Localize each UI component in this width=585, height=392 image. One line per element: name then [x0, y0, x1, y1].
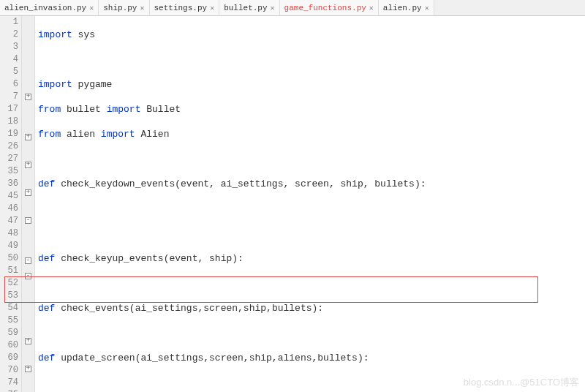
line-number: 26 [0, 140, 18, 153]
close-icon[interactable]: ✕ [271, 4, 275, 12]
fold-toggle-icon[interactable]: + [25, 366, 31, 372]
close-icon[interactable]: ✕ [140, 4, 144, 12]
line-number: 54 [0, 302, 18, 314]
fold-toggle-icon[interactable]: + [25, 162, 31, 168]
line-number: 35 [0, 165, 18, 178]
fold-toggle-icon[interactable]: - [25, 217, 31, 224]
tab-bar: alien_invasion.py✕ ship.py✕ settings.py✕… [0, 0, 585, 16]
line-number: 47 [0, 215, 18, 227]
line-number: 59 [0, 327, 18, 339]
fold-toggle-icon[interactable]: + [25, 338, 31, 344]
line-number: 53 [0, 290, 18, 302]
line-number: 45 [0, 190, 18, 203]
line-number: 27 [0, 153, 18, 165]
line-number: 49 [0, 240, 18, 252]
tab-bullet[interactable]: bullet.py✕ [219, 0, 279, 15]
tab-game-functions[interactable]: game_functions.py✕ [280, 0, 379, 15]
line-number: 2 [0, 29, 18, 41]
line-number: 46 [0, 203, 18, 215]
line-number: 52 [0, 277, 18, 290]
close-icon[interactable]: ✕ [425, 4, 429, 12]
line-number: 75 [0, 389, 18, 392]
line-number: 3 [0, 41, 18, 53]
code-area[interactable]: import sys import pygame from bullet imp… [35, 16, 585, 392]
fold-toggle-icon[interactable]: + [25, 189, 31, 196]
line-number: 36 [0, 178, 18, 190]
tab-settings[interactable]: settings.py✕ [150, 0, 220, 15]
line-number: 55 [0, 314, 18, 327]
line-number: 70 [0, 364, 18, 377]
close-icon[interactable]: ✕ [210, 4, 214, 12]
line-number: 5 [0, 66, 18, 78]
tab-alien-invasion[interactable]: alien_invasion.py✕ [0, 0, 99, 15]
line-number: 7 [0, 91, 18, 103]
line-number: 4 [0, 53, 18, 66]
fold-toggle-icon[interactable]: + [25, 134, 31, 140]
tab-alien[interactable]: alien.py✕ [379, 0, 434, 15]
close-icon[interactable]: ✕ [89, 4, 94, 12]
line-number: 1 [0, 16, 18, 29]
watermark: blog.csdn.n...@51CTO博客 [464, 376, 579, 389]
line-number: 60 [0, 339, 18, 352]
tab-ship[interactable]: ship.py✕ [99, 0, 149, 15]
line-number: 48 [0, 227, 18, 240]
fold-column: ++++---++++ [22, 16, 35, 392]
code-editor[interactable]: 1234567171819262735364546474849505152535… [0, 16, 585, 392]
line-number: 50 [0, 252, 18, 265]
line-number: 74 [0, 377, 18, 389]
line-number: 51 [0, 265, 18, 277]
fold-toggle-icon[interactable]: - [25, 257, 31, 264]
close-icon[interactable]: ✕ [369, 4, 374, 12]
line-number: 18 [0, 116, 18, 128]
line-number-gutter: 1234567171819262735364546474849505152535… [0, 16, 22, 392]
line-number: 17 [0, 103, 18, 116]
fold-toggle-icon[interactable]: - [25, 273, 31, 279]
line-number: 19 [0, 128, 18, 140]
line-number: 69 [0, 352, 18, 364]
fold-toggle-icon[interactable]: + [25, 94, 31, 100]
line-number: 6 [0, 78, 18, 91]
